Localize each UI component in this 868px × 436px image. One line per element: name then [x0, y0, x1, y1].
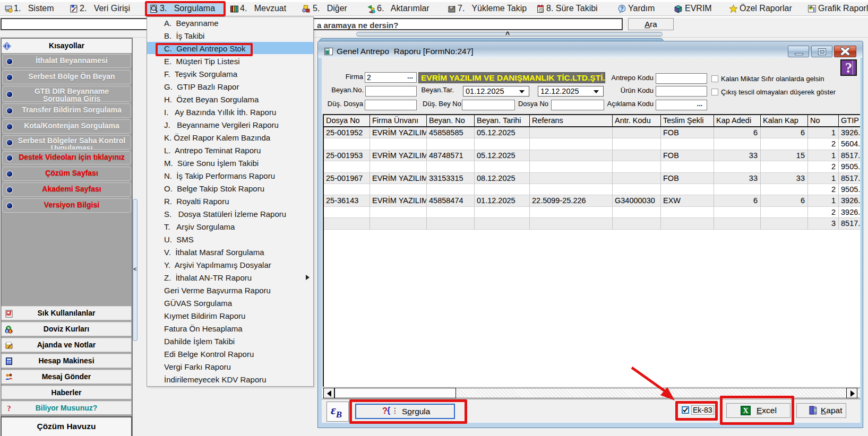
svg-text:?: ?: [620, 5, 623, 12]
